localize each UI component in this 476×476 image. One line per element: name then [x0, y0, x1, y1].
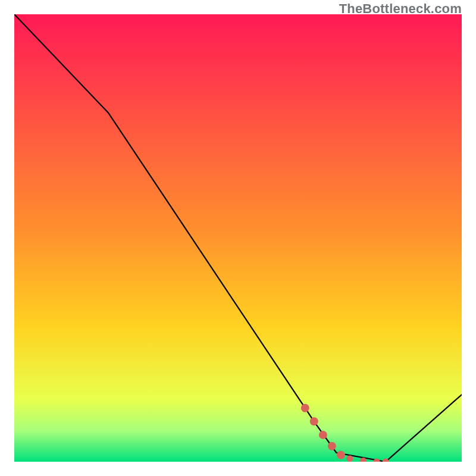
optimal-dot [328, 442, 336, 450]
chart-svg [14, 14, 462, 462]
optimal-dot [310, 417, 318, 425]
optimal-dot [337, 451, 345, 459]
optimal-dot [319, 431, 327, 439]
optimal-dot [347, 455, 353, 462]
chart-container: { "watermark": "TheBottleneck.com", "col… [0, 0, 476, 476]
plot-area [14, 14, 462, 462]
heat-gradient-background [14, 14, 462, 462]
optimal-dot [301, 404, 309, 412]
